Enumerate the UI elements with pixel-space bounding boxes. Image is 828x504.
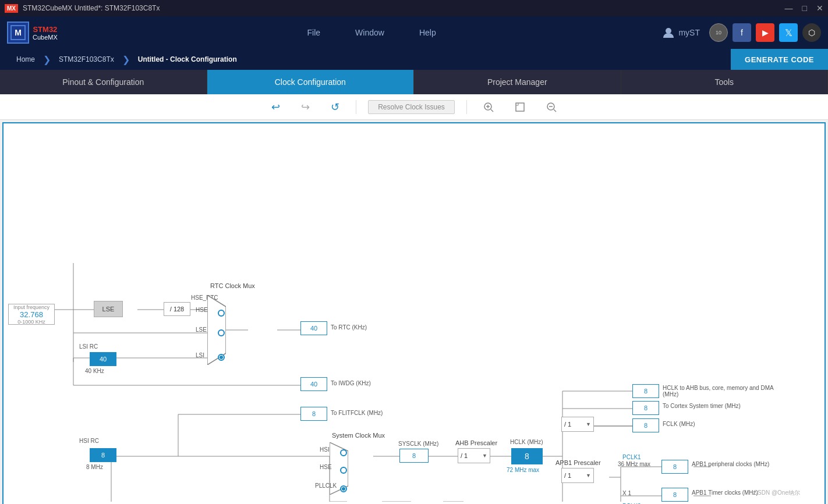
apb1-pre-dropdown[interactable]: / 1 ▼ — [561, 468, 594, 483]
div128-box: / 128 — [164, 302, 190, 316]
out-apb1-peri-box[interactable]: 8 — [661, 460, 688, 474]
svg-line-11 — [554, 109, 556, 112]
lsi-rc-unit: 40 KHz — [85, 368, 104, 374]
title-icon: MX — [5, 4, 18, 13]
toolbar-separator-1 — [356, 100, 356, 114]
minimize-button[interactable]: — — [785, 3, 793, 13]
breadcrumb-current: Untitled - Clock Configuration — [131, 49, 244, 70]
generate-code-button[interactable]: GENERATE CODE — [731, 49, 828, 70]
close-button[interactable]: ✕ — [816, 3, 823, 13]
lsi-rc-label: LSI RC — [79, 343, 98, 350]
breadcrumb-device[interactable]: STM32F103C8Tx — [52, 49, 121, 70]
sysclk-box[interactable]: 8 — [399, 449, 429, 463]
svg-rect-7 — [516, 103, 524, 111]
svg-text:M: M — [15, 28, 22, 37]
sysclk-mux-hse[interactable] — [340, 467, 347, 474]
svg-line-4 — [491, 109, 493, 112]
out-ahb-box[interactable]: 8 — [632, 384, 659, 398]
undo-button[interactable]: ↩ — [267, 98, 285, 116]
clock-diagram-canvas[interactable]: Input frequency 32.768 0-1000 KHz LSE LS… — [2, 122, 826, 504]
out-ahb-label: HCLK to AHB bus, core, memory and DMA (M… — [663, 385, 791, 397]
breadcrumb-home[interactable]: Home — [9, 49, 42, 70]
social-facebook[interactable]: f — [733, 23, 751, 42]
input-freq-value[interactable]: 32.768 — [20, 310, 43, 319]
tab-tools[interactable]: Tools — [621, 70, 829, 94]
to-iwdg-box[interactable]: 40 — [300, 377, 327, 391]
breadcrumb-arrow-1: ❯ — [43, 54, 51, 65]
out-cortex-label: To Cortex System timer (MHz) — [663, 403, 791, 409]
hclk-box[interactable]: 8 — [511, 448, 543, 464]
watermark: CSDN @One纳尔 — [753, 489, 800, 497]
clock-diagram: Input frequency 32.768 0-1000 KHz LSE LS… — [3, 123, 807, 502]
window-title: STM32CubeMX Untitled*: STM32F103C8Tx — [23, 4, 160, 12]
ahb-pre-label: AHB Prescaler — [455, 439, 497, 446]
to-iwdg-label: To IWDG (KHz) — [331, 380, 371, 386]
toolbar: ↩ ↪ ↺ Resolve Clock Issues — [0, 94, 828, 120]
apb1-x1-label: X 1 — [622, 490, 631, 496]
menu-help[interactable]: Help — [419, 28, 436, 37]
pclk1-label: PCLK1 — [622, 454, 641, 460]
tab-project[interactable]: Project Manager — [414, 70, 621, 94]
rtc-mux-radio-lsi[interactable] — [218, 354, 225, 361]
sysclk-mux-pll[interactable] — [340, 485, 347, 492]
out-fclk-box[interactable]: 8 — [632, 418, 659, 432]
app-logo-icon: M — [7, 22, 29, 44]
menu-bar: M STM32 CubeMX File Window Help myST 10 … — [0, 16, 828, 49]
to-rtc-box[interactable]: 40 — [300, 321, 327, 335]
sysclk-mux-hsi[interactable] — [340, 449, 347, 456]
app-logo-text: STM32 CubeMX — [33, 25, 58, 41]
menu-window[interactable]: Window — [355, 28, 384, 37]
fit-button[interactable] — [510, 100, 530, 115]
myst-button[interactable]: myST — [662, 26, 700, 39]
social-github[interactable]: ⬡ — [802, 23, 821, 42]
hsi-rc-box[interactable]: 8 — [90, 448, 116, 462]
ahb-pre-dropdown[interactable]: / 1 ▼ — [458, 448, 490, 463]
hclk-label: HCLK (MHz) — [510, 439, 543, 445]
sysclk-mux-label: System Clock Mux — [332, 432, 385, 439]
out-apb1-peri-label: APB1 peripheral clocks (MHz) — [692, 461, 808, 467]
menu-file[interactable]: File — [307, 28, 321, 37]
out-cortex-box[interactable]: 8 — [632, 401, 659, 415]
rtc-mux-hse-label: HSE — [196, 307, 208, 313]
out-apb1-timer-box[interactable]: 8 — [661, 488, 688, 502]
svg-point-2 — [666, 28, 671, 34]
maximize-button[interactable]: □ — [802, 3, 807, 13]
zoom-out-button[interactable] — [542, 100, 561, 115]
rtc-mux-lsi-label: LSI — [196, 352, 204, 359]
to-flit-label: To FLITFCLK (MHz) — [331, 410, 383, 416]
to-rtc-label: To RTC (KHz) — [331, 324, 367, 331]
hsi-rc-unit: 8 MHz — [86, 464, 103, 470]
tabs-bar: Pinout & Configuration Clock Configurati… — [0, 70, 828, 94]
tab-pinout[interactable]: Pinout & Configuration — [0, 70, 207, 94]
social-twitter[interactable]: 𝕏 — [779, 23, 798, 42]
rtc-mux-radio-lse[interactable] — [218, 329, 225, 336]
rtc-mux-lse-label: LSE — [196, 326, 207, 333]
out-fclk-label: FCLK (MHz) — [663, 421, 695, 427]
sysclk-label: SYSCLK (MHz) — [398, 441, 438, 447]
pclk1-max: 36 MHz max — [618, 461, 650, 467]
sys-pll-label: PLLCLK — [315, 482, 337, 489]
hclk-max: 72 MHz max — [507, 467, 539, 473]
lse-box: LSE — [94, 301, 123, 317]
toolbar-separator-2 — [466, 100, 467, 114]
tab-clock[interactable]: Clock Configuration — [207, 70, 415, 94]
sys-hsi-label: HSI — [320, 446, 330, 453]
social-anniversary[interactable]: 10 — [709, 23, 728, 42]
sys-hse-label: HSE — [320, 464, 332, 470]
to-flit-box[interactable]: 8 — [300, 407, 327, 421]
apb1-pre-label: APB1 Prescaler — [555, 459, 601, 466]
social-youtube[interactable]: ▶ — [756, 23, 774, 42]
rtc-mux-radio-hse[interactable] — [218, 310, 225, 317]
breadcrumb: Home ❯ STM32F103C8Tx ❯ Untitled - Clock … — [0, 49, 828, 70]
lsi-rc-box[interactable]: 40 — [90, 352, 116, 366]
refresh-button[interactable]: ↺ — [326, 98, 344, 116]
redo-button[interactable]: ↪ — [296, 98, 314, 116]
input-freq-box: Input frequency 32.768 0-1000 KHz — [8, 304, 55, 325]
title-bar: MX STM32CubeMX Untitled*: STM32F103C8Tx … — [0, 0, 828, 16]
resolve-clock-button[interactable]: Resolve Clock Issues — [368, 100, 455, 114]
input-freq-unit: 0-1000 KHz — [17, 319, 45, 325]
zoom-in-button[interactable] — [479, 100, 498, 115]
sys-div1-dropdown[interactable]: / 1 ▼ — [561, 417, 594, 432]
rtc-mux-label: RTC Clock Mux — [210, 282, 255, 289]
input-freq-label: Input frequency — [13, 304, 49, 310]
